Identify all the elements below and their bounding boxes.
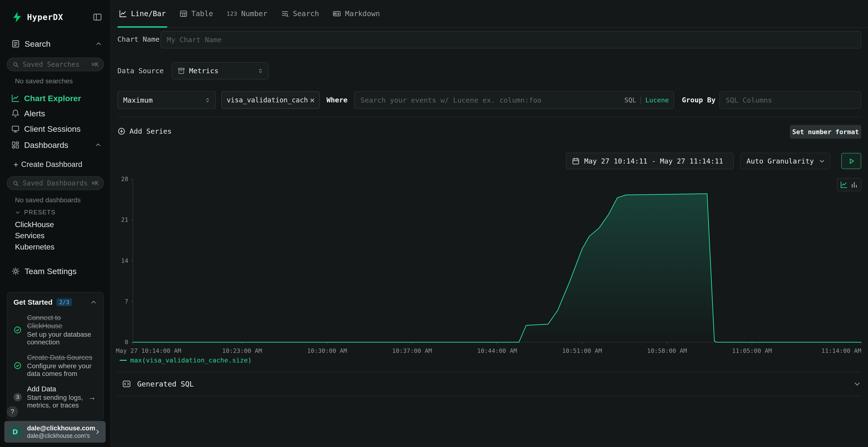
get-started-item-subtitle: Set up your database connection [27,331,97,346]
create-dashboard-button[interactable]: + Create Dashboard [13,160,82,169]
nav-label: Alerts [24,109,45,118]
search-icon [12,61,19,68]
where-query-field: SQL Lucene [354,91,674,109]
get-started-item-title: Connect to ClickHouse [27,314,97,330]
bell-icon [11,109,20,118]
chart-series-line [133,194,861,342]
set-number-format-button[interactable]: Set number format [790,125,861,139]
gear-icon [11,267,20,276]
lucene-toggle[interactable]: Lucene [645,96,669,104]
get-started-header[interactable]: Get Started 2/3 [13,298,97,306]
metrics-source-icon [178,67,185,75]
tab-label: Number [241,9,267,18]
presets-toggle[interactable]: PRESETS [14,209,56,216]
preset-services[interactable]: Services [15,231,44,240]
chart-plot-area[interactable] [130,178,864,346]
get-started-item-subtitle: Start sending logs, metrics, or traces [27,394,97,409]
brand-name: HyperDX [27,12,63,22]
date-range-picker[interactable]: May 27 10:14:11 - May 27 11:14:11 [566,153,734,169]
preset-kubernetes[interactable]: Kubernetes [15,242,55,252]
remove-metric-icon[interactable]: × [310,96,315,105]
get-started-item-text: Create Data Sources Configure where your… [27,353,97,378]
metric-chip[interactable]: visa_validation_cach × [221,91,320,109]
y-axis-tick-label: 14 [121,257,128,265]
select-chevrons-icon [257,67,264,74]
tab-label: Table [191,9,213,18]
sidebar-item-dashboards[interactable]: Dashboards [0,139,111,151]
y-axis-tick-label: 7 [125,298,128,305]
tab-table[interactable]: Table [178,0,215,27]
saved-searches-placeholder: Saved Searches [23,61,88,68]
list-search-icon [281,10,289,18]
user-menu[interactable]: D dale@clickhouse.com dale@clickhouse.co… [4,421,105,443]
preset-clickhouse[interactable]: ClickHouse [15,220,54,229]
chart-explorer-icon [11,94,20,103]
x-axis-tick-label: 10:44:00 AM [477,347,517,354]
add-series-label: Add Series [129,127,172,135]
chart-area-fill [133,194,861,342]
monitor-icon [11,125,20,133]
chevron-up-icon[interactable] [95,40,102,47]
chart-name-label: Chart Name [117,35,160,43]
search-section-label: Search [25,39,51,49]
x-axis-tick-label: 10:37:00 AM [392,347,432,354]
tab-line-bar[interactable]: Line/Bar [117,0,167,27]
sql-toggle[interactable]: SQL [624,96,636,104]
dashboard-icon [11,141,20,149]
x-axis-tick-label: 11:14:00 AM [821,347,861,354]
get-started-item-text: Add Data Start sending logs, metrics, or… [27,385,97,409]
step-number-badge: 3 [13,393,22,401]
tab-number[interactable]: 123 Number [225,0,269,27]
date-range-value: May 27 10:14:11 - May 27 11:14:11 [584,157,723,165]
x-axis-tick-label: 11:05:00 AM [732,347,772,354]
data-source-select[interactable]: Metrics [172,62,269,79]
chart-name-input[interactable] [161,31,861,48]
generated-sql-toggle[interactable]: Generated SQL [117,372,861,396]
where-label: Where [327,96,347,104]
brand[interactable]: HyperDX [11,11,63,23]
tab-markdown[interactable]: Markdown [331,0,381,27]
saved-dashboards-shortcut: ⌘K [92,180,99,187]
markdown-icon [333,9,341,18]
chevron-up-icon[interactable] [94,141,102,148]
no-saved-dashboards-note: No saved dashboards [15,196,81,204]
query-language-toggle: SQL Lucene [624,91,669,109]
sidebar-item-client-sessions[interactable]: Client Sessions [0,123,111,135]
add-series-button[interactable]: Add Series [117,125,172,138]
get-started-item-add-data[interactable]: 3 Add Data Start sending logs, metrics, … [13,385,97,409]
saved-searches-search[interactable]: Saved Searches ⌘K [7,58,104,71]
line-chart-icon [119,10,127,18]
tab-search[interactable]: Search [279,0,320,27]
collapse-sidebar-icon[interactable] [93,12,102,22]
legend-line-swatch [120,360,127,361]
get-started-item-connect[interactable]: Connect to ClickHouse Set up your databa… [13,314,97,346]
user-email: dale@clickhouse.com [27,424,90,432]
nav-label: Client Sessions [24,124,81,134]
tab-label: Markdown [345,9,380,18]
chart-legend[interactable]: max(visa_validation_cache.size) [120,356,252,364]
get-started-item-sources[interactable]: Create Data Sources Configure where your… [13,353,97,378]
sidebar-item-alerts[interactable]: Alerts [0,108,111,119]
sidebar-item-team-settings[interactable]: Team Settings [0,265,111,277]
granularity-select[interactable]: Auto Granularity [740,153,830,169]
get-started-item-subtitle: Configure where your data comes from [27,362,97,378]
data-source-value: Metrics [189,67,218,75]
help-button[interactable]: ? [7,406,18,417]
get-started-item-title: Add Data [27,385,97,393]
chevron-up-icon[interactable] [90,299,97,306]
run-query-button[interactable] [841,153,861,169]
chart-axes [131,179,861,344]
y-axis-labels: 07142128 [111,178,129,346]
legend-label: max(visa_validation_cache.size) [130,356,252,364]
check-circle-icon [13,362,22,370]
no-saved-searches-note: No saved searches [15,77,73,85]
group-by-input[interactable] [719,91,861,109]
group-by-label: Group By [682,96,716,104]
aggregation-select[interactable]: Maximum [117,91,216,109]
sidebar-item-chart-explorer[interactable]: Chart Explorer [0,93,111,104]
plus-circle-icon [117,127,126,135]
sidebar-section-search[interactable]: Search [11,38,102,49]
saved-dashboards-search[interactable]: Saved Dashboards ⌘K [7,176,104,190]
nav-label: Chart Explorer [24,94,81,103]
generated-sql-label: Generated SQL [137,380,194,388]
